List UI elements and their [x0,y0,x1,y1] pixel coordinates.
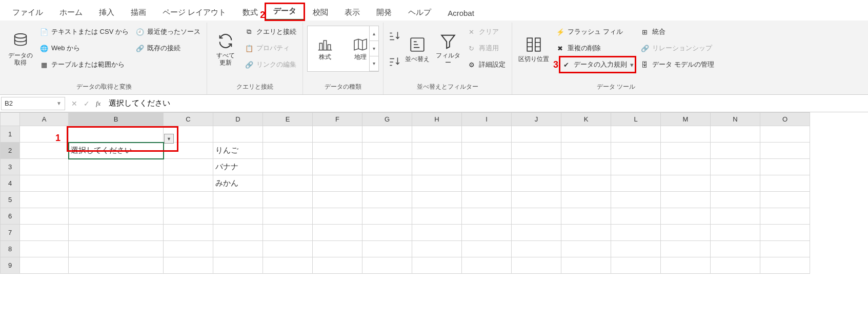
sort-desc-icon[interactable] [388,55,401,69]
cell-dropdown-button[interactable]: ▼ [164,134,174,144]
row-header-5[interactable]: 5 [1,192,20,208]
geography-type[interactable]: 地理 [352,36,369,62]
col-header-I[interactable]: I [462,113,512,126]
remove-duplicates[interactable]: ✖重複の削除 [553,40,636,56]
filter-button[interactable]: フィルター [433,24,463,75]
relationship-icon: 🔗 [640,45,650,52]
group-label-datatypes: データの種類 [306,82,380,93]
tab-home[interactable]: ホーム [51,5,91,21]
tab-insert[interactable]: 挿入 [91,5,123,21]
col-header-J[interactable]: J [512,113,561,126]
sort-icon [409,36,426,53]
filter-advanced[interactable]: ⚙詳細設定 [465,56,508,73]
row-header-3[interactable]: 3 [1,159,20,175]
col-header-M[interactable]: M [661,113,711,126]
tab-view[interactable]: 表示 [336,5,368,21]
existing-connections[interactable]: 🔗既存の接続 [133,40,203,56]
col-header-O[interactable]: O [760,113,810,126]
recent-sources[interactable]: 🕘最近使ったソース [133,24,203,40]
cell-B2[interactable]: 選択してください [69,143,164,159]
row-header-6[interactable]: 6 [1,208,20,225]
queries-connections[interactable]: ⧉クエリと接続 [242,24,298,40]
col-header-F[interactable]: F [313,113,362,126]
tab-help[interactable]: ヘルプ [400,5,439,21]
menu-bar: ファイル ホーム 挿入 描画 ページ レイアウト 数式 2 データ 校閲 表示 … [0,0,868,21]
ribbon-group-data-tools: 区切り位置 ⚡フラッシュ フィル ✖重複の削除 3 ✔データの入力規則▾ ⊞統合… [512,23,720,94]
query-icon: ⧉ [244,28,254,36]
svg-rect-3 [527,38,532,51]
relationships: 🔗リレーションシップ [638,40,716,56]
col-header-H[interactable]: H [412,113,462,126]
group-label-sort-filter: 並べ替えとフィルター [387,82,509,93]
data-model-icon: 🗄 [640,61,650,69]
col-header-C[interactable]: C [164,113,213,126]
tab-acrobat[interactable]: Acrobat [439,6,482,21]
row-header-7[interactable]: 7 [1,225,20,241]
sort-button[interactable]: 並べ替え [402,24,433,75]
consolidate[interactable]: ⊞統合 [638,24,716,40]
col-header-N[interactable]: N [711,113,760,126]
svg-point-0 [15,33,27,38]
validation-icon: ✔ [561,61,572,69]
refresh-all-label: すべて 更新 [216,52,235,67]
col-header-B[interactable]: B [69,113,164,126]
edit-links-icon: 🔗 [244,61,254,69]
tab-review[interactable]: 校閲 [305,5,336,21]
stocks-icon [317,36,333,53]
annotation-1: 1 [55,133,60,144]
grid[interactable]: A B C D E F G H I J K L M N O 1 2 選択してくだ… [0,112,810,274]
row-header-9[interactable]: 9 [1,257,20,274]
row-header-2[interactable]: 2 [1,143,20,159]
file-csv-icon: 📄 [39,28,49,36]
cell-D2[interactable]: りんご [213,143,263,159]
text-to-columns-button[interactable]: 区切り位置 [515,24,552,75]
col-header-L[interactable]: L [611,113,661,126]
refresh-all-button[interactable]: すべて 更新 [210,24,241,75]
select-all-corner[interactable] [1,113,20,126]
filter-icon [439,32,457,50]
col-header-D[interactable]: D [213,113,263,126]
row-header-4[interactable]: 4 [1,175,20,192]
name-box-dropdown-icon[interactable]: ▼ [56,100,62,106]
sort-asc-icon[interactable] [388,30,401,43]
formula-bar: B2 ▼ ✕ ✓ fx [0,95,868,112]
clear-icon: ✕ [467,28,477,36]
ribbon: データの 取得 📄テキストまたは CSV から 🌐Web から ▦テーブルまたは… [0,21,868,95]
datatype-gallery[interactable]: 株式 地理 ▴▾▾ [307,26,379,72]
row-header-8[interactable]: 8 [1,241,20,257]
fx-icon[interactable]: fx [96,99,100,108]
filter-label: フィルター [435,52,461,67]
tab-file[interactable]: ファイル [4,5,51,21]
group-label-queries: クエリと接続 [210,82,299,93]
tab-pagelayout[interactable]: ページ レイアウト [154,5,234,21]
tab-draw[interactable]: 描画 [123,5,154,21]
worksheet: A B C D E F G H I J K L M N O 1 2 選択してくだ… [0,112,868,274]
ribbon-group-get-transform: データの 取得 📄テキストまたは CSV から 🌐Web から ▦テーブルまたは… [2,23,207,94]
cell-C2[interactable] [164,143,213,159]
stocks-type[interactable]: 株式 [317,36,333,62]
tab-developer[interactable]: 開発 [368,5,400,21]
name-box[interactable]: B2 ▼ [1,97,65,110]
from-web[interactable]: 🌐Web から [37,40,131,56]
flash-fill[interactable]: ⚡フラッシュ フィル [553,24,636,40]
row-header-1[interactable]: 1 [1,126,20,143]
col-header-K[interactable]: K [561,113,611,126]
tab-data[interactable]: データ [265,3,305,21]
data-validation[interactable]: ✔データの入力規則▾ [559,56,636,73]
col-header-G[interactable]: G [362,113,412,126]
gallery-spinner[interactable]: ▴▾▾ [369,26,378,71]
map-icon [352,36,369,53]
get-data-button[interactable]: データの 取得 [5,24,36,75]
col-header-E[interactable]: E [263,113,313,126]
ribbon-group-sort-filter: 並べ替え フィルター ✕クリア ↻再適用 ⚙詳細設定 並べ替えとフィルター [383,23,512,94]
col-header-A[interactable]: A [20,113,69,126]
cell-A2[interactable] [20,143,69,159]
text-to-columns-icon [525,36,542,53]
from-text-csv[interactable]: 📄テキストまたは CSV から [37,24,131,40]
formula-input[interactable] [106,97,867,110]
clock-icon: 🕘 [135,28,145,36]
cell-D4[interactable]: みかん [213,175,263,192]
cell-D3[interactable]: バナナ [213,159,263,175]
manage-data-model[interactable]: 🗄データ モデルの管理 [638,56,716,73]
from-table-range[interactable]: ▦テーブルまたは範囲から [37,56,131,73]
